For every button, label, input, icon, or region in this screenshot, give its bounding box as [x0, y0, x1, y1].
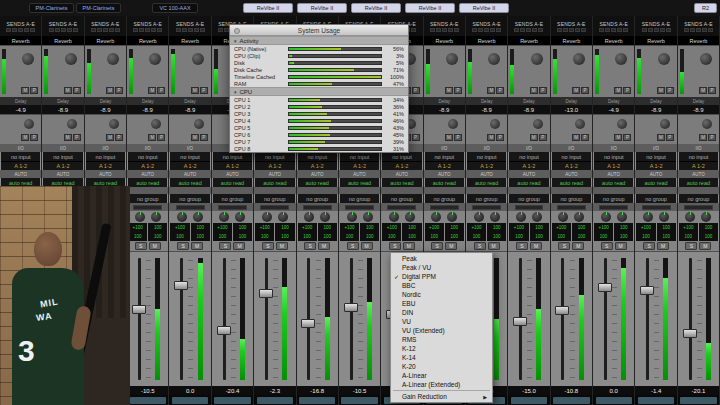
solo-button[interactable]: S	[262, 242, 274, 250]
pan-value-left[interactable]: +100	[128, 223, 147, 232]
automation-mode-selector[interactable]: auto read	[425, 178, 464, 187]
pan-knob-left[interactable]	[558, 212, 568, 222]
send-level-knob[interactable]	[67, 119, 77, 129]
pan-value-left-2[interactable]: 100	[636, 232, 655, 241]
send-mute-button[interactable]: M	[191, 134, 199, 141]
pan-value-right-2[interactable]: 100	[275, 232, 294, 241]
plugin-button[interactable]: VC 100-AAX	[152, 3, 198, 13]
output-selector[interactable]: A 1-2	[128, 161, 167, 170]
send-mute-button[interactable]: M	[657, 134, 665, 141]
input-selector[interactable]: no input	[298, 152, 337, 161]
pan-knob-right[interactable]	[532, 212, 542, 222]
pan-knob-right[interactable]	[235, 212, 245, 222]
pan-knob-left[interactable]	[262, 212, 272, 222]
fader-track[interactable]	[265, 258, 268, 380]
pan-value-right[interactable]: 100	[614, 223, 633, 232]
pan-knob-right[interactable]	[278, 212, 288, 222]
send-level-section[interactable]: M P	[85, 45, 126, 97]
input-selector[interactable]: no input	[255, 152, 294, 161]
send-level-section-2[interactable]: M P	[85, 114, 126, 144]
mute-button[interactable]: M	[572, 242, 584, 250]
input-selector[interactable]: no input	[43, 152, 82, 161]
send-mute-button[interactable]: M	[530, 87, 538, 94]
pan-value-right-2[interactable]: 100	[487, 232, 506, 241]
pan-value-left[interactable]: +100	[594, 223, 613, 232]
solo-button[interactable]: S	[601, 242, 613, 250]
mute-button[interactable]: M	[361, 242, 373, 250]
pan-knob-left[interactable]	[389, 212, 399, 222]
send-level-knob[interactable]	[575, 119, 585, 129]
solo-button[interactable]: S	[389, 242, 401, 250]
send-level-knob[interactable]	[65, 53, 77, 65]
automation-mode-selector[interactable]: auto read	[594, 178, 633, 187]
track-name-button[interactable]	[680, 397, 716, 404]
send-pan-button[interactable]: P	[73, 87, 81, 94]
pan-value-right[interactable]: 100	[233, 223, 252, 232]
send-assignment[interactable]: Reverb	[0, 36, 41, 45]
usage-section-header[interactable]: Activity	[230, 36, 408, 45]
pan-knob-left[interactable]	[431, 212, 441, 222]
fader-handle[interactable]	[555, 306, 569, 315]
group-id-box[interactable]	[424, 203, 465, 211]
send-pan-button[interactable]: P	[666, 134, 674, 141]
pan-value-left[interactable]: +100	[679, 223, 698, 232]
fader-track[interactable]	[350, 258, 353, 380]
group-selector[interactable]: no group	[298, 194, 337, 203]
menu-item[interactable]: VU	[391, 317, 492, 326]
volume-readout[interactable]: 0.0	[593, 386, 634, 395]
volume-readout[interactable]: -20.1	[678, 386, 719, 395]
pan-knob-left[interactable]	[474, 212, 484, 222]
pan-value-right-2[interactable]: 100	[445, 232, 464, 241]
plugin-button[interactable]: ReVibe II	[459, 3, 509, 13]
track-name-button[interactable]	[214, 397, 250, 404]
plugin-button[interactable]: R2	[694, 3, 717, 13]
send-level-section[interactable]: M P	[593, 45, 634, 97]
send-mute-button[interactable]: M	[21, 134, 29, 141]
send-level-section-2[interactable]: M P	[678, 114, 719, 144]
pan-value-right-2[interactable]: 100	[530, 232, 549, 241]
send-level-knob[interactable]	[22, 53, 34, 65]
group-selector[interactable]: no group	[128, 194, 167, 203]
output-selector[interactable]: A 1-2	[255, 161, 294, 170]
pan-value-left-2[interactable]: 100	[425, 232, 444, 241]
send-level-section[interactable]: M P	[635, 45, 676, 97]
pan-value-right-2[interactable]: 100	[318, 232, 337, 241]
input-selector[interactable]: no input	[86, 152, 125, 161]
pan-value-left-2[interactable]: 100	[467, 232, 486, 241]
fader-track[interactable]	[180, 258, 183, 380]
delay-value[interactable]: -4.9	[593, 105, 634, 114]
pan-value-left[interactable]: +100	[255, 223, 274, 232]
pan-knob-right[interactable]	[320, 212, 330, 222]
pan-value-left-2[interactable]: 100	[213, 232, 232, 241]
send-level-section[interactable]: M P	[0, 45, 41, 97]
pan-knob-left[interactable]	[601, 212, 611, 222]
window-titlebar[interactable]: System Usage	[230, 25, 408, 36]
menu-item[interactable]: A-Linear	[391, 371, 492, 380]
pan-value-left[interactable]: +100	[340, 223, 359, 232]
send-pan-button[interactable]: P	[412, 87, 420, 94]
automation-mode-selector[interactable]: auto read	[128, 178, 167, 187]
send-level-knob[interactable]	[107, 53, 119, 65]
send-mute-button[interactable]: M	[657, 87, 665, 94]
output-selector[interactable]: A 1-2	[594, 161, 633, 170]
fader-track[interactable]	[561, 258, 564, 380]
group-selector[interactable]: no group	[382, 194, 421, 203]
mute-button[interactable]: M	[699, 242, 711, 250]
pan-knob-right[interactable]	[701, 212, 711, 222]
send-mute-button[interactable]: M	[21, 87, 29, 94]
delay-value[interactable]: -8.9	[466, 105, 507, 114]
menu-item[interactable]: K-14	[391, 353, 492, 362]
send-pan-button[interactable]: P	[454, 87, 462, 94]
input-selector[interactable]: no input	[170, 152, 209, 161]
group-id-box[interactable]	[297, 203, 338, 211]
menu-item[interactable]: Peak / VU	[391, 263, 492, 272]
pan-value-right[interactable]: 100	[402, 223, 421, 232]
menu-item[interactable]: A-Linear (Extended)	[391, 380, 492, 389]
group-selector[interactable]: no group	[255, 194, 294, 203]
send-mute-button[interactable]: M	[148, 87, 156, 94]
send-level-knob[interactable]	[658, 53, 670, 65]
menu-item[interactable]: Gain Reduction▶	[391, 392, 492, 401]
send-slot-buttons[interactable]	[557, 28, 586, 32]
output-selector[interactable]: A 1-2	[382, 161, 421, 170]
fader-handle[interactable]	[513, 317, 527, 326]
